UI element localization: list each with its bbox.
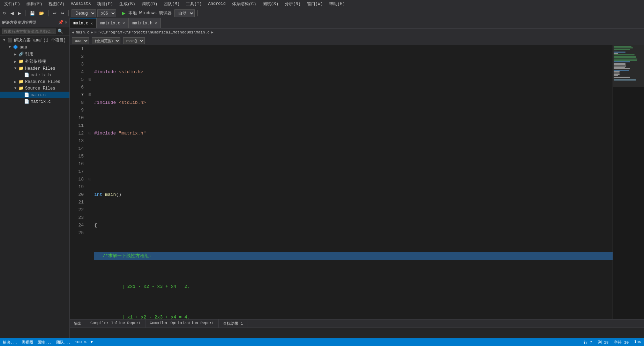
menu-team[interactable]: 团队(M) — [161, 0, 182, 8]
function-filter-dropdown[interactable]: main() — [123, 37, 145, 44]
sidebar-icons: 📌 ✕ — [58, 20, 67, 25]
scope-filter-dropdown[interactable]: (全局范围) — [92, 37, 120, 44]
toolbar-new[interactable]: ⟳ — [1, 10, 8, 16]
tree-source-files[interactable]: ▼ 📁 Source Files — [0, 85, 69, 92]
fold-5[interactable]: ⊟ — [87, 76, 93, 84]
references-arrow-icon: ▶ — [13, 52, 18, 56]
ln-8: 8 — [70, 99, 84, 107]
tab-matrix-h-close[interactable]: ✕ — [155, 21, 157, 26]
toolbar-sep3 — [68, 10, 69, 16]
code-content[interactable]: #include <stdio.h> #include <stdlib.h> #… — [93, 45, 613, 319]
ln-12: 12 — [70, 130, 84, 137]
toolbar-sep2 — [48, 10, 49, 16]
toolbar-open[interactable]: 📂 — [38, 10, 46, 16]
fold-7[interactable]: ⊟ — [87, 91, 93, 99]
solution-label: 解决方案'aaa'(1 个项目) — [14, 37, 66, 43]
menu-arch[interactable]: 体系结构(C) — [229, 0, 259, 8]
filter-bar: aaa (全局范围) main() — [70, 36, 644, 45]
mode-dropdown[interactable]: 自动 — [174, 9, 195, 17]
external-deps-icon: 📁 — [18, 59, 24, 64]
code-line-3: #include "matrix.h" — [94, 130, 613, 137]
ln-3: 3 — [70, 61, 84, 68]
menu-view[interactable]: 视图(V) — [46, 0, 67, 8]
tree-header-files[interactable]: ▼ 📁 Header Files — [0, 65, 69, 72]
menu-help[interactable]: 帮助(H) — [326, 0, 348, 8]
code-line-1: #include <stdio.h> — [94, 68, 613, 76]
sidebar-close-icon[interactable]: ✕ — [65, 20, 67, 25]
tab-compiler-opt[interactable]: Compiler Optimization Report — [145, 320, 219, 328]
toolbar-forward[interactable]: ▶ — [16, 10, 22, 16]
nav-back-icon[interactable]: ◀ — [72, 30, 74, 34]
matrix-h-icon: 📄 — [24, 72, 29, 78]
status-zoom[interactable]: 100 % — [75, 340, 86, 344]
tab-find-results[interactable]: 查找结果 1 — [219, 320, 247, 328]
tree-references[interactable]: ▶ 🔗 引用 — [0, 51, 69, 58]
status-properties[interactable]: 属性... — [37, 340, 52, 345]
platform-dropdown[interactable]: x86 — [97, 9, 116, 17]
tree-resource-files[interactable]: ▶ 📁 Resource Files — [0, 78, 69, 85]
toolbar-undo[interactable]: ↩ — [52, 10, 58, 16]
fold-12[interactable]: ⊟ — [87, 130, 93, 137]
line-numbers: 1 2 3 4 5 6 7 8 9 10 11 12 13 14 15 16 1… — [70, 45, 87, 319]
project-arrow-icon: ▼ — [7, 45, 13, 49]
menu-vassist[interactable]: VAssistX — [68, 1, 94, 7]
sidebar-titlebar: 解决方案资源管理器 📌 ✕ — [0, 18, 69, 27]
menu-test[interactable]: 测试(S) — [260, 0, 282, 8]
ln-10: 10 — [70, 114, 84, 122]
tab-main-c[interactable]: main.c ✕ — [70, 18, 97, 28]
sidebar-search-input[interactable] — [2, 29, 56, 34]
ln-2: 2 — [70, 53, 84, 61]
menu-android[interactable]: Android — [205, 1, 228, 7]
menu-file[interactable]: 文件(F) — [1, 0, 23, 8]
tab-compiler-inline[interactable]: Compiler Inline Report — [86, 320, 145, 328]
menu-project[interactable]: 项目(P) — [94, 0, 116, 8]
file-filter-dropdown[interactable]: aaa — [72, 37, 89, 44]
tree-matrix-c[interactable]: 📄 matrix.c — [0, 98, 69, 105]
config-dropdown[interactable]: Debug — [72, 9, 96, 17]
status-team[interactable]: 团队... — [56, 340, 71, 345]
tab-main-c-close[interactable]: ✕ — [90, 21, 93, 26]
tree-matrix-h[interactable]: 📄 matrix.h — [0, 72, 69, 78]
tab-matrix-h[interactable]: matrix.h ✕ — [129, 18, 161, 28]
tab-matrix-c-close[interactable]: ✕ — [122, 21, 125, 26]
ln-17: 17 — [70, 168, 84, 176]
tree-main-c[interactable]: 📄 main.c — [0, 92, 69, 98]
menu-window[interactable]: 窗口(W) — [304, 0, 326, 8]
source-files-label: Source Files — [25, 86, 55, 91]
menu-edit[interactable]: 编辑(E) — [24, 0, 45, 8]
tab-matrix-c-label: matrix.c — [100, 21, 120, 26]
sidebar-pin-icon[interactable]: 📌 — [58, 20, 63, 25]
fold-18[interactable]: ⊟ — [87, 176, 93, 183]
run-label: 本地 Windows 调试器 — [127, 10, 173, 16]
tree-external-deps[interactable]: ▶ 📁 外部依赖项 — [0, 58, 69, 65]
external-deps-label: 外部依赖项 — [25, 59, 46, 64]
ln-25: 25 — [70, 229, 84, 237]
ln-7: 7 — [70, 91, 84, 99]
status-class-view[interactable]: 类视图 — [22, 340, 33, 345]
tab-matrix-c[interactable]: matrix.c ✕ — [97, 18, 129, 28]
tree-project[interactable]: ▼ 🔷 aaa — [0, 44, 69, 51]
matrix-c-file-icon: 📄 — [24, 99, 29, 104]
toolbar-save-all[interactable]: 💾 — [28, 10, 36, 16]
ln-20: 20 — [70, 191, 84, 199]
tab-output[interactable]: 输出 — [70, 320, 86, 328]
include-str-2: <stdlib.h> — [119, 99, 146, 107]
toolbar-back[interactable]: ◀ — [9, 10, 15, 16]
menu-analyze[interactable]: 分析(N) — [282, 0, 304, 8]
zoom-dropdown-icon[interactable]: ▼ — [90, 340, 93, 344]
tree-solution[interactable]: ▼ ⬛ 解决方案'aaa'(1 个项目) — [0, 37, 69, 44]
resource-files-label: Resource Files — [25, 79, 60, 84]
menu-tools[interactable]: 工具(T) — [183, 0, 205, 8]
menu-debug[interactable]: 调试(D) — [139, 0, 160, 8]
status-project[interactable]: 解决... — [3, 340, 17, 345]
search-icon[interactable]: 🔍 — [58, 29, 63, 34]
bottom-panel: 输出 Compiler Inline Report Compiler Optim… — [70, 319, 644, 338]
menu-build[interactable]: 生成(B) — [117, 0, 138, 8]
toolbar-redo[interactable]: ↪ — [59, 10, 66, 16]
ln-1: 1 — [70, 45, 84, 53]
run-button[interactable]: ▶ — [122, 10, 126, 17]
main-c-file-icon: 📄 — [24, 92, 29, 98]
nav-forward-icon[interactable]: ▶ — [211, 30, 214, 34]
resource-files-arrow-icon: ▶ — [13, 80, 18, 84]
ln-14: 14 — [70, 145, 84, 153]
